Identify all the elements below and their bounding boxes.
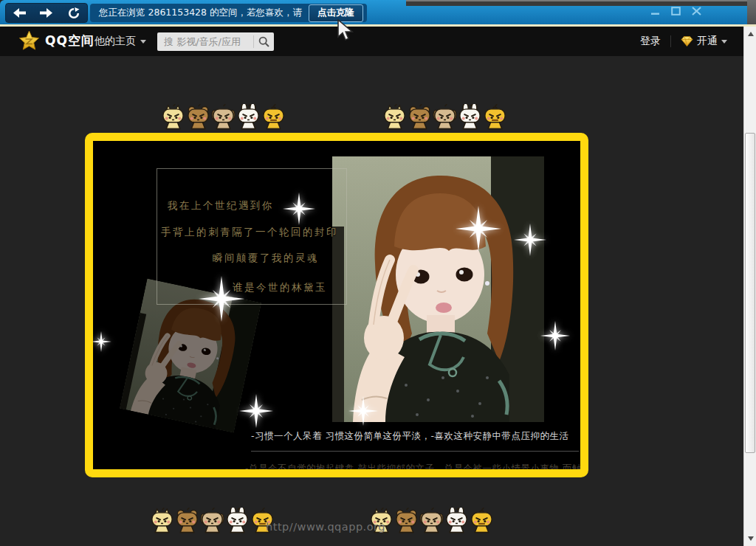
- mascot-row-bottom-left: [150, 508, 275, 535]
- sparkle-star-icon: [91, 331, 111, 352]
- qzone-star-icon: [19, 31, 39, 51]
- sparkle-star-icon: [540, 321, 570, 350]
- forward-button[interactable]: [35, 4, 58, 21]
- chevron-down-icon: [721, 40, 727, 44]
- poem-line: 我在上个世纪遇到你: [168, 199, 274, 212]
- qzone-logo[interactable]: QQ空间: [19, 31, 94, 51]
- footer-url: http//www.qqapp.org: [266, 521, 385, 533]
- header-divider: [670, 35, 671, 47]
- maximize-icon: [671, 7, 681, 15]
- mascot-chick-icon: [261, 104, 286, 131]
- yellow-diamond-icon: [681, 36, 693, 46]
- clone-prompt-text: 您正在浏览 2861153428 的空间，若您喜欢，请: [99, 7, 302, 19]
- photo-frame: 我在上个世纪遇到你 手背上的刺青隔了一个轮回的封印 瞬间颠覆了我的灵魂 谁是今世…: [85, 133, 588, 477]
- scroll-up-button[interactable]: [744, 28, 756, 40]
- refresh-icon: [68, 7, 80, 19]
- minimize-icon: [650, 7, 660, 15]
- search-icon: [258, 36, 269, 47]
- sparkle-star-icon: [239, 394, 273, 428]
- nav-his-homepage-label: 他的主页: [94, 35, 136, 48]
- forward-arrow-icon: [40, 8, 52, 18]
- titlebar-divider: [0, 24, 756, 27]
- nav-button-group: [5, 3, 88, 23]
- mascot-row-top-right: [382, 104, 507, 131]
- mascot-dog-icon: [211, 104, 236, 131]
- login-link[interactable]: 登录: [640, 35, 661, 48]
- scroll-down-button[interactable]: [744, 533, 756, 545]
- mascot-row-top-left: [161, 104, 286, 131]
- nav-his-homepage[interactable]: 他的主页: [94, 35, 146, 48]
- mascot-bear-icon: [186, 104, 210, 131]
- mascot-cat-icon: [161, 104, 185, 131]
- mascot-dog-icon: [419, 508, 444, 535]
- app-window: 您正在浏览 2861153428 的空间，若您喜欢，请 点击克隆 QQ空间: [0, 0, 756, 546]
- selfie-photo-large: [332, 156, 544, 422]
- mascot-rabbit-icon: [444, 508, 469, 535]
- poem-line: 瞬间颠覆了我的灵魂: [213, 252, 319, 265]
- window-controls: [650, 7, 701, 15]
- scrollbar-thumb[interactable]: [745, 133, 755, 453]
- minimize-button[interactable]: [650, 7, 660, 15]
- qzone-logo-text: QQ空间: [45, 32, 94, 49]
- header-right-group: 登录 开通: [640, 27, 727, 56]
- refresh-button[interactable]: [63, 4, 85, 21]
- search-box: [157, 32, 274, 51]
- clone-button[interactable]: 点击克隆: [309, 4, 363, 22]
- caption-line-1: -习惯一个人呆着 习惯这份简单这份平淡，-喜欢这种安静中带点压抑的生活: [251, 430, 569, 443]
- mascot-rabbit-icon: [458, 104, 482, 131]
- close-icon: [692, 7, 701, 15]
- background-window-edge: [406, 0, 747, 6]
- open-vip-label: 开通: [697, 35, 718, 48]
- poem-line: 手背上的刺青隔了一个轮回的封印: [161, 226, 338, 239]
- mascot-cat-icon: [382, 104, 407, 131]
- mascot-row-bottom-right: [369, 508, 494, 535]
- chevron-down-icon: [140, 40, 146, 44]
- mascot-dog-icon: [433, 104, 457, 131]
- qzone-header: QQ空间 他的主页 登录: [0, 27, 743, 56]
- maximize-button[interactable]: [671, 7, 681, 15]
- poem-line: 谁是今世的林黛玉: [233, 281, 327, 294]
- mascot-chick-icon: [470, 508, 494, 535]
- close-button[interactable]: [692, 7, 701, 15]
- open-vip-menu[interactable]: 开通: [681, 35, 727, 48]
- mascot-cat-icon: [150, 508, 174, 535]
- mascot-bear-icon: [408, 104, 432, 131]
- triangle-down-icon: [748, 536, 754, 541]
- caption-divider: [251, 451, 579, 452]
- mascot-bear-icon: [175, 508, 199, 535]
- mascot-bear-icon: [394, 508, 419, 535]
- clone-prompt-bar: 您正在浏览 2861153428 的空间，若您喜欢，请 点击克隆: [90, 4, 367, 22]
- mascot-dog-icon: [200, 508, 224, 535]
- mascot-rabbit-icon: [236, 104, 261, 131]
- back-button[interactable]: [8, 4, 30, 21]
- search-button[interactable]: [254, 32, 274, 51]
- mascot-rabbit-icon: [225, 508, 250, 535]
- mascot-chick-icon: [483, 104, 507, 131]
- back-arrow-icon: [13, 8, 26, 18]
- caption-line-2: -总是会不自觉的抱起键盘 敲出些抑郁的文子，总是会被一些小情景小事物 而触动: [245, 463, 588, 475]
- triangle-up-icon: [748, 32, 754, 36]
- vertical-scrollbar[interactable]: [743, 27, 756, 546]
- search-input[interactable]: [157, 36, 253, 47]
